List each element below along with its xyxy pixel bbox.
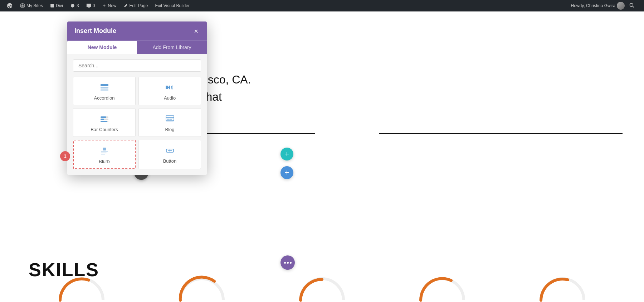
edit-page-label: Edit Page	[129, 3, 148, 8]
step-badge: 1	[60, 151, 70, 161]
svg-rect-13	[101, 121, 107, 122]
my-sites-menu[interactable]: My Sites	[16, 0, 47, 11]
greeting-label: Howdy, Christina Gwira	[571, 3, 615, 8]
search-icon[interactable]	[626, 3, 638, 9]
button-label: Button	[163, 158, 177, 164]
dialog-title: Insert Module	[74, 27, 116, 35]
comments-count: 0	[93, 3, 95, 8]
edit-page-menu[interactable]: Edit Page	[120, 0, 151, 11]
blog-label: Blog	[165, 127, 174, 132]
module-bar-counters[interactable]: Bar Counters	[73, 108, 136, 137]
gauges-row	[0, 273, 644, 302]
blurb-label: Blurb	[99, 159, 109, 164]
revisions-count: 3	[77, 3, 79, 8]
dots-icon	[284, 262, 292, 264]
skills-options-button[interactable]	[280, 255, 295, 270]
svg-marker-7	[168, 85, 170, 90]
audio-label: Audio	[164, 95, 176, 101]
svg-rect-6	[166, 86, 168, 89]
dialog-tabs: New Module Add From Library	[67, 40, 207, 54]
svg-rect-3	[101, 84, 108, 86]
wp-logo[interactable]	[3, 0, 16, 11]
insert-module-dialog: Insert Module × New Module Add From Libr…	[67, 21, 207, 175]
new-label: New	[108, 3, 116, 8]
modules-grid: Accordion Audio	[73, 77, 201, 169]
tab-add-from-library[interactable]: Add From Library	[137, 41, 207, 54]
divi-label: Divi	[56, 3, 63, 8]
blog-icon	[165, 115, 175, 124]
svg-rect-5	[101, 89, 108, 91]
module-accordion[interactable]: Accordion	[73, 77, 136, 105]
comments-menu[interactable]: 0	[83, 0, 99, 11]
svg-rect-4	[101, 87, 108, 88]
module-blurb[interactable]: Blurb	[73, 140, 136, 169]
svg-rect-1	[50, 4, 54, 8]
avatar[interactable]	[617, 2, 625, 10]
admin-bar: My Sites Divi 3 0 New Edit Page Exit Vis…	[0, 0, 644, 11]
module-button[interactable]: Button	[138, 140, 201, 169]
gauge-5	[534, 273, 591, 302]
module-audio[interactable]: Audio	[138, 77, 201, 105]
svg-rect-9	[101, 116, 106, 118]
svg-rect-15	[167, 119, 170, 120]
my-sites-label: My Sites	[26, 3, 43, 8]
button-icon	[165, 147, 175, 155]
bar-counters-icon	[100, 115, 109, 124]
add-row-button-blue[interactable]: +	[280, 166, 293, 179]
add-row-button-teal[interactable]: +	[280, 148, 293, 160]
divi-menu[interactable]: Divi	[47, 0, 67, 11]
dialog-header: Insert Module ×	[67, 21, 207, 40]
svg-point-2	[630, 3, 633, 6]
module-blog[interactable]: Blog	[138, 108, 201, 137]
revisions-menu[interactable]: 3	[67, 0, 83, 11]
gauge-4	[414, 273, 471, 302]
dialog-body: Accordion Audio	[67, 54, 207, 175]
blurb-icon	[100, 147, 109, 156]
accordion-label: Accordion	[94, 95, 115, 101]
svg-rect-16	[103, 148, 106, 150]
svg-rect-11	[101, 119, 104, 120]
accordion-icon	[100, 83, 109, 92]
module-search-input[interactable]	[73, 59, 201, 72]
page-background: GWIRA signer based in San Francisco, CA.…	[0, 11, 644, 302]
gauge-1	[53, 273, 110, 302]
audio-icon	[165, 83, 175, 92]
dialog-close-button[interactable]: ×	[192, 28, 200, 35]
divider-right	[379, 133, 623, 134]
bar-counters-label: Bar Counters	[91, 127, 118, 132]
gauge-2	[173, 273, 230, 302]
gauge-3	[293, 273, 351, 302]
admin-bar-right: Howdy, Christina Gwira	[567, 2, 641, 10]
exit-visual-builder-menu[interactable]: Exit Visual Builder	[151, 0, 193, 11]
exit-visual-builder-label: Exit Visual Builder	[155, 3, 190, 8]
tab-new-module[interactable]: New Module	[67, 41, 137, 54]
new-menu[interactable]: New	[98, 0, 120, 11]
